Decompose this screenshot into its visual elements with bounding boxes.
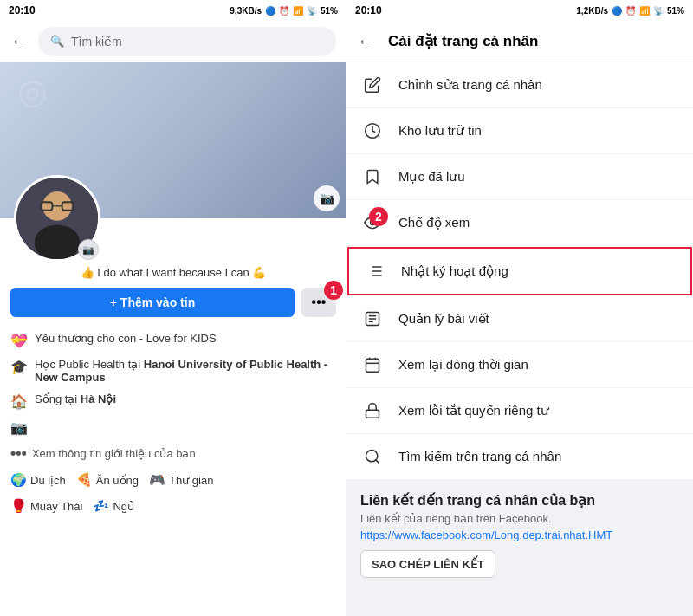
interest-travel: 🌍 Du lịch (10, 472, 66, 488)
info-list: 💝 Yêu thương cho con - Love for KIDS 🎓 H… (10, 327, 336, 440)
manage-posts-label: Quản lý bài viết (398, 311, 489, 327)
info-item-love: 💝 Yêu thương cho con - Love for KIDS (10, 327, 336, 353)
interest-relax-label: Thư giãn (169, 474, 213, 487)
info-text-love: Yêu thương cho con - Love for KIDS (35, 332, 217, 345)
search-profile-label: Tìm kiếm trên trang cá nhân (398, 449, 561, 464)
lock-icon (360, 399, 385, 423)
alarm-icon: ⏰ (279, 6, 289, 16)
right-time: 20:10 (355, 4, 382, 16)
copy-link-button[interactable]: SAO CHÉP LIÊN KẾT (360, 550, 495, 578)
education-icon: 🎓 (10, 359, 28, 375)
interests-row-1: 🌍 Du lịch 🍕 Ăn uống 🎮 Thư giãn (10, 467, 336, 493)
right-network: 1,2KB/s (576, 6, 608, 16)
settings-item-manage-posts[interactable]: Quản lý bài viết (346, 296, 693, 342)
right-back-button[interactable]: ← (357, 31, 374, 51)
r-wifi-icon: 📡 (653, 6, 664, 16)
link-section: Liên kết đến trang cá nhân của bạn Liên … (346, 480, 693, 616)
more-dots-icon: ••• (10, 444, 27, 463)
clock-icon (360, 119, 385, 143)
r-bluetooth-icon: 🔵 (612, 6, 622, 16)
privacy-label: Xem lỗi tắt quyền riêng tư (398, 403, 549, 418)
interest-muaythai: 🥊 Muay Thái (10, 498, 82, 514)
left-status-icons: 9,3KB/s 🔵 ⏰ 📶 📡 51% (230, 6, 338, 16)
list-icon (363, 259, 387, 283)
search-icon: 🔍 (50, 35, 64, 48)
interest-food-label: Ăn uống (96, 474, 139, 487)
info-text-location: Sống tại Hà Nội (35, 392, 116, 405)
badge-2: 2 (369, 207, 388, 226)
home-icon: 🏠 (10, 393, 28, 410)
r-alarm-icon: ⏰ (625, 6, 636, 16)
edit-profile-label: Chỉnh sửa trang cá nhân (398, 77, 542, 93)
r-signal-icon: 📶 (639, 6, 650, 16)
activity-log-label: Nhật ký hoạt động (401, 263, 508, 279)
profile-content: 👍 I do what I want because I can 💪 + Thê… (0, 266, 346, 616)
settings-list: Chỉnh sửa trang cá nhân Kho lưu trữ tin … (346, 62, 693, 480)
interest-relax: 🎮 Thư giãn (149, 472, 213, 488)
info-item-location: 🏠 Sống tại Hà Nội (10, 388, 336, 414)
muaythai-icon: 🥊 (10, 498, 27, 514)
settings-item-edit[interactable]: Chỉnh sửa trang cá nhân (346, 62, 693, 108)
settings-item-search-profile[interactable]: Tìm kiếm trên trang cá nhân (346, 434, 693, 480)
travel-icon: 🌍 (10, 472, 27, 488)
cover-camera-button[interactable]: 📷 (314, 185, 340, 211)
cover-decoration: ◎ (17, 71, 48, 111)
interest-sleep: 💤 Ngủ (93, 498, 134, 514)
settings-item-view-mode[interactable]: 2 Chế độ xem (346, 200, 693, 246)
settings-item-activity-log[interactable]: Nhật ký hoạt động (347, 247, 692, 295)
bookmark-icon (360, 165, 385, 189)
settings-item-archive[interactable]: Kho lưu trữ tin (346, 108, 693, 154)
profile-bio: 👍 I do what I want because I can 💪 (10, 266, 336, 279)
svg-point-2 (35, 225, 81, 261)
status-bar-right: 20:10 1,2KB/s 🔵 ⏰ 📶 📡 51% (346, 0, 693, 21)
info-item-education: 🎓 Học Public Health tại Hanoi University… (10, 353, 336, 388)
instagram-icon: 📷 (10, 419, 28, 436)
status-bar-left: 20:10 9,3KB/s 🔵 ⏰ 📶 📡 51% (0, 0, 346, 21)
interest-food: 🍕 Ăn uống (76, 472, 139, 488)
relax-icon: 🎮 (149, 472, 165, 488)
sleep-icon: 💤 (93, 498, 109, 514)
left-panel: 20:10 9,3KB/s 🔵 ⏰ 📶 📡 51% ← 🔍 Tìm kiếm ◎… (0, 0, 346, 616)
link-section-title: Liên kết đến trang cá nhân của bạn (360, 492, 679, 509)
svg-rect-18 (366, 359, 379, 372)
interest-sleep-label: Ngủ (113, 500, 134, 513)
cover-photo: ◎ 📷 📷 (0, 62, 346, 218)
badge-1: 1 (324, 281, 343, 300)
search-bar: ← 🔍 Tìm kiếm (0, 21, 346, 62)
view-icon-container: 2 (360, 211, 385, 235)
info-text-education: Học Public Health tại Hanoi University o… (35, 358, 336, 384)
settings-item-saved[interactable]: Mục đã lưu (346, 154, 693, 200)
more-info-row[interactable]: ••• Xem thông tin giới thiệu của bạn (10, 440, 336, 467)
archive-label: Kho lưu trữ tin (398, 123, 482, 139)
food-icon: 🍕 (76, 472, 93, 488)
document-icon (360, 307, 385, 331)
avatar-container: 📷 (14, 175, 100, 262)
interests-row-2: 🥊 Muay Thái 💤 Ngủ (10, 493, 336, 519)
interest-muaythai-label: Muay Thái (30, 500, 82, 513)
search-input-area[interactable]: 🔍 Tìm kiếm (38, 27, 336, 56)
saved-label: Mục đã lưu (398, 169, 465, 185)
left-back-button[interactable]: ← (10, 31, 28, 51)
bluetooth-icon: 🔵 (265, 6, 275, 16)
settings-item-review-timeline[interactable]: Xem lại dòng thời gian (346, 342, 693, 388)
left-time: 20:10 (9, 4, 36, 16)
settings-header: ← Cài đặt trang cá nhân (346, 21, 693, 62)
left-network: 9,3KB/s (230, 6, 262, 16)
calendar-icon (360, 353, 385, 377)
search-profile-icon (360, 444, 385, 469)
review-timeline-label: Xem lại dòng thời gian (398, 357, 528, 373)
right-status-icons: 1,2KB/s 🔵 ⏰ 📶 📡 51% (576, 6, 684, 16)
view-mode-label: Chế độ xem (398, 215, 470, 230)
link-url: https://www.facebook.com/Long.dep.trai.n… (360, 528, 679, 541)
svg-point-23 (366, 451, 378, 462)
search-placeholder: Tìm kiếm (71, 35, 122, 49)
avatar-camera-button[interactable]: 📷 (78, 239, 99, 260)
pencil-icon (360, 73, 385, 97)
wifi-icon: 📡 (307, 6, 317, 16)
info-item-instagram: 📷 (10, 414, 336, 440)
add-story-button[interactable]: + Thêm vào tin (10, 288, 295, 317)
settings-item-privacy[interactable]: Xem lỗi tắt quyền riêng tư (346, 388, 693, 434)
more-options-button[interactable]: ••• 1 (301, 288, 336, 317)
more-info-label: Xem thông tin giới thiệu của bạn (32, 447, 196, 460)
left-battery: 51% (321, 6, 338, 16)
